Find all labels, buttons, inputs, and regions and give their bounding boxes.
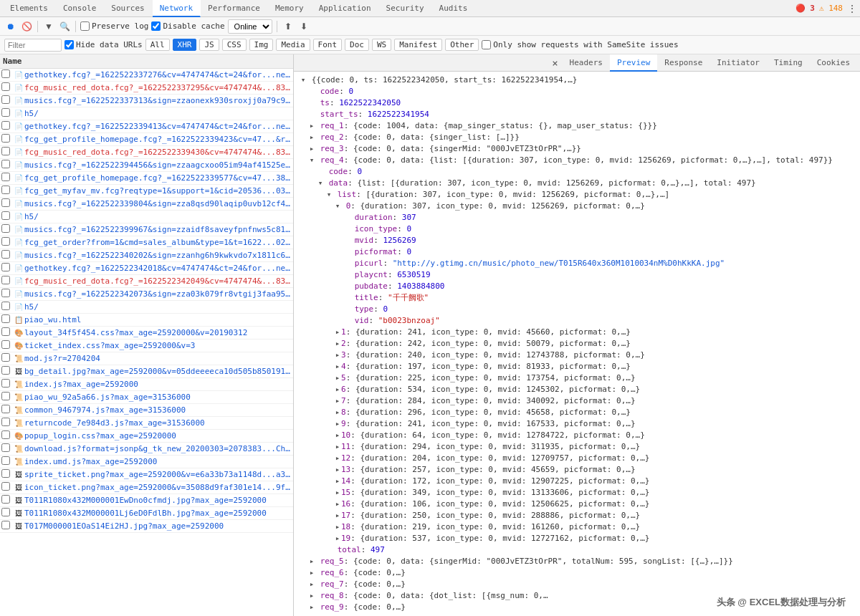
network-list-item[interactable]: 📄 fcg_get_myfav_mv.fcg?reqtype=1&support… xyxy=(0,185,293,198)
row-checkbox[interactable] xyxy=(1,237,13,248)
network-list-item[interactable]: 📄 musics.fcg?_=1622522337313&sign=zzaone… xyxy=(0,95,293,107)
req4-expand[interactable] xyxy=(308,155,315,166)
tab-sources[interactable]: Sources xyxy=(104,0,152,17)
row-checkbox[interactable] xyxy=(1,224,13,235)
network-list-item[interactable]: 📜 returncode_7e984d3.js?max_age=31536000 xyxy=(0,417,293,430)
row-checkbox[interactable] xyxy=(1,314,13,325)
row-checkbox[interactable] xyxy=(1,211,13,222)
row-checkbox[interactable] xyxy=(1,379,13,390)
req5-expand[interactable] xyxy=(308,556,315,567)
network-list-item[interactable]: 🖼 icon_ticket.png?max_age=2592000&v=3508… xyxy=(0,481,293,494)
row-checkbox[interactable] xyxy=(1,482,13,493)
row-checkbox[interactable] xyxy=(1,495,13,506)
req8-expand[interactable] xyxy=(308,590,315,602)
network-list-item[interactable]: 📄 gethotkey.fcg?_=1622522337276&cv=47474… xyxy=(0,69,293,82)
network-list-item[interactable]: 📜 download.js?format=jsonp&g_tk_new_2020… xyxy=(0,443,293,456)
network-list-item[interactable]: 📜 common_9467974.js?max_age=31536000 xyxy=(0,404,293,417)
tab-security[interactable]: Security xyxy=(379,0,432,17)
root-expand[interactable] xyxy=(300,74,307,86)
req2-expand[interactable] xyxy=(308,132,315,143)
network-list-item[interactable]: 🖼 T011R1080x432M000001Lj6eD0FdlBh.jpg?ma… xyxy=(0,507,293,520)
filter-icon[interactable]: ▼ xyxy=(42,20,55,33)
network-list-item[interactable]: 📄 h5/ xyxy=(0,301,293,314)
detail-tab-headers[interactable]: Headers xyxy=(563,54,610,72)
tab-memory[interactable]: Memory xyxy=(268,0,312,17)
network-list-item[interactable]: 📄 fcg_get_profile_homepage.fcg?_=1622522… xyxy=(0,133,293,146)
export-button[interactable]: ⬇ xyxy=(297,20,310,33)
tab-performance[interactable]: Performance xyxy=(201,0,268,17)
row-checkbox[interactable] xyxy=(1,392,13,403)
row-checkbox[interactable] xyxy=(1,521,13,531)
tab-network[interactable]: Network xyxy=(153,0,201,17)
network-list-item[interactable]: 📜 mod.js?r=2704204 xyxy=(0,352,293,365)
row-checkbox[interactable] xyxy=(1,508,13,519)
row-checkbox[interactable] xyxy=(1,250,13,261)
network-list-item[interactable]: 📄 h5/ xyxy=(0,107,293,120)
row-checkbox[interactable] xyxy=(1,443,13,454)
network-list-item[interactable]: 📄 gethotkey.fcg?_=1622522339413&cv=47474… xyxy=(0,120,293,133)
detail-tab-initiator[interactable]: Initiator xyxy=(710,54,767,72)
detail-tab-cookies[interactable]: Cookies xyxy=(810,54,857,72)
network-list-item[interactable]: 📄 musics.fcg?_=1622522394456&sign=zzaagc… xyxy=(0,159,293,172)
row-checkbox[interactable] xyxy=(1,95,13,106)
network-list-item[interactable]: 📄 musics.fcg?_=1622522399967&sign=zzaidf… xyxy=(0,223,293,236)
detail-tab-response[interactable]: Response xyxy=(657,54,710,72)
network-list-item[interactable]: 🎨 popup_login.css?max_age=25920000 xyxy=(0,430,293,443)
row-checkbox[interactable] xyxy=(1,147,13,158)
network-list-item[interactable]: 🖼 T011R1080x432M000001EwDno0cfmdj.jpg?ma… xyxy=(0,494,293,507)
network-list-item[interactable]: 📄 musics.fcg?_=1622522340202&sign=zzanhg… xyxy=(0,249,293,262)
filter-xhr[interactable]: XHR xyxy=(173,39,197,51)
tab-audits[interactable]: Audits xyxy=(432,0,476,17)
preserve-log-checkbox[interactable]: Preserve log xyxy=(80,21,148,31)
req3-expand[interactable] xyxy=(308,143,315,155)
network-list-item[interactable]: 📄 fcg_music_red_dota.fcg?_=1622522339430… xyxy=(0,146,293,159)
row-checkbox[interactable] xyxy=(1,366,13,377)
filter-ws[interactable]: WS xyxy=(372,39,391,51)
req9-expand[interactable] xyxy=(308,602,315,613)
network-list-item[interactable]: 🎨 ticket_index.css?max_age=2592000&v=3 xyxy=(0,340,293,352)
req6-expand[interactable] xyxy=(308,567,315,579)
throttle-select[interactable]: Online xyxy=(228,19,272,34)
detail-tab-preview[interactable]: Preview xyxy=(610,54,657,72)
tab-console[interactable]: Console xyxy=(56,0,104,17)
network-list-item[interactable]: 🖼 sprite_ticket.png?max_age=2592000&v=e6… xyxy=(0,468,293,481)
filter-css[interactable]: CSS xyxy=(222,39,247,51)
filter-input[interactable] xyxy=(4,39,62,52)
row-checkbox[interactable] xyxy=(1,198,13,209)
row-checkbox[interactable] xyxy=(1,405,13,415)
network-list-item[interactable]: 📄 fcg_get_profile_homepage.fcg?_=1622522… xyxy=(0,172,293,185)
import-button[interactable]: ⬆ xyxy=(282,20,295,33)
row-checkbox[interactable] xyxy=(1,134,13,145)
clear-button[interactable]: 🚫 xyxy=(20,20,33,33)
network-list-item[interactable]: 📄 musics.fcg?_=1622522339804&sign=zza8qs… xyxy=(0,198,293,211)
network-list-item[interactable]: 📜 piao_wu_92a5a66.js?max_age=31536000 xyxy=(0,391,293,404)
row-checkbox[interactable] xyxy=(1,353,13,364)
row-checkbox[interactable] xyxy=(1,327,13,338)
row-checkbox[interactable] xyxy=(1,302,13,312)
req7-expand[interactable] xyxy=(308,579,315,590)
search-icon[interactable]: 🔍 xyxy=(58,20,71,33)
tab-elements[interactable]: Elements xyxy=(3,0,56,17)
network-list-item[interactable]: 🖼 bg_detail.jpg?max_age=2592000&v=05ddee… xyxy=(0,365,293,378)
more-icon[interactable]: ⋮ xyxy=(847,3,857,14)
filter-doc[interactable]: Doc xyxy=(345,39,369,51)
row-checkbox[interactable] xyxy=(1,276,13,287)
row-checkbox[interactable] xyxy=(1,82,13,93)
record-button[interactable]: ⏺ xyxy=(4,20,17,33)
network-list-item[interactable]: 📄 fcg_music_red_dota.fcg?_=1622522342049… xyxy=(0,275,293,288)
network-list-item[interactable]: 📄 h5/ xyxy=(0,211,293,223)
network-list-item[interactable]: 📄 musics.fcg?_=1622522342073&sign=zza03k… xyxy=(0,288,293,301)
row-checkbox[interactable] xyxy=(1,418,13,428)
network-list-item[interactable]: 📜 index.umd.js?max_age=2592000 xyxy=(0,456,293,468)
req1-expand[interactable] xyxy=(308,120,315,132)
close-detail-button[interactable]: × xyxy=(548,57,563,69)
row-checkbox[interactable] xyxy=(1,173,13,183)
row-checkbox[interactable] xyxy=(1,430,13,441)
network-list-item[interactable]: 🖼 T017M000001EOaS14Ei2HJ.jpg?max_age=259… xyxy=(0,520,293,533)
network-list-item[interactable]: 📜 index.js?max_age=2592000 xyxy=(0,378,293,391)
filter-img[interactable]: Img xyxy=(249,39,274,51)
row-checkbox[interactable] xyxy=(1,160,13,170)
row-checkbox[interactable] xyxy=(1,263,13,274)
hide-data-urls-checkbox[interactable]: Hide data URLs xyxy=(64,40,143,49)
network-list-item[interactable]: 🎨 layout_34f5f454.css?max_age=25920000&v… xyxy=(0,327,293,340)
